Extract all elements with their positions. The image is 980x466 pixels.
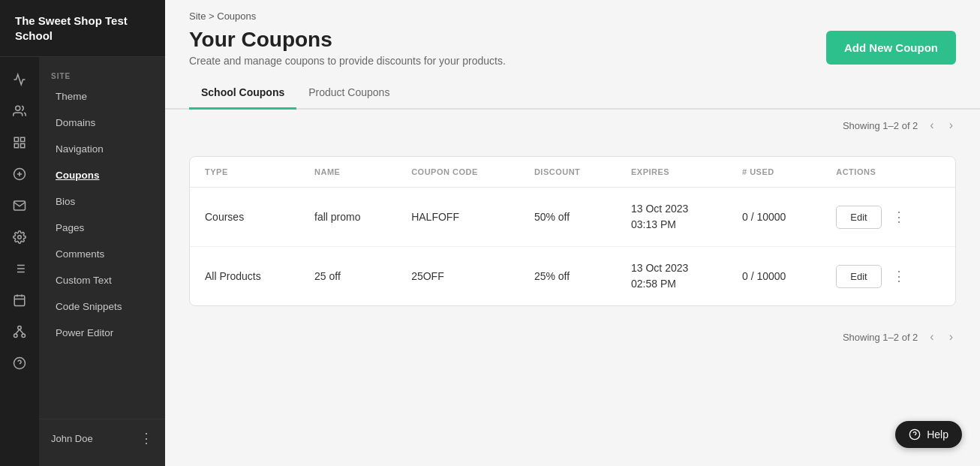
table-row: All Products 25 off 25OFF 25% off 13 Oct… bbox=[190, 247, 955, 306]
sidebar-item-coupons[interactable]: Coupons bbox=[44, 163, 161, 188]
col-actions: ACTIONS bbox=[821, 157, 955, 188]
pagination-prev[interactable]: ‹ bbox=[927, 116, 936, 135]
svg-line-22 bbox=[16, 329, 20, 334]
col-expires: EXPIRES bbox=[616, 157, 727, 188]
sidebar-nav: SITE Theme Domains Navigation Coupons Bi… bbox=[39, 57, 165, 466]
sidebar-logo: The Sweet Shop Test School bbox=[0, 0, 165, 57]
help-label: Help bbox=[927, 428, 948, 440]
col-name: NAME bbox=[299, 157, 396, 188]
row1-name: fall promo bbox=[299, 188, 396, 247]
breadcrumb-current: Coupons bbox=[217, 11, 256, 22]
sidebar-item-pages[interactable]: Pages bbox=[44, 215, 161, 240]
icon-rail bbox=[0, 57, 39, 466]
icon-mail[interactable] bbox=[5, 191, 35, 221]
pagination-bar-bottom: Showing 1–2 of 2 ‹ › bbox=[165, 321, 980, 353]
breadcrumb-separator: > bbox=[209, 11, 215, 22]
svg-point-0 bbox=[16, 106, 20, 110]
icon-network[interactable] bbox=[5, 317, 35, 347]
svg-rect-3 bbox=[21, 144, 25, 148]
user-name: John Doe bbox=[51, 433, 93, 444]
icon-library[interactable] bbox=[5, 254, 35, 284]
svg-point-19 bbox=[18, 326, 22, 330]
sidebar-item-domains[interactable]: Domains bbox=[44, 110, 161, 135]
pagination-bar-top: Showing 1–2 of 2 ‹ › bbox=[165, 110, 980, 141]
icon-calendar[interactable] bbox=[5, 285, 35, 315]
page-title-area: Your Coupons Create and manage coupons t… bbox=[189, 28, 506, 67]
row1-edit-button[interactable]: Edit bbox=[836, 206, 881, 229]
row1-discount: 50% off bbox=[519, 188, 616, 247]
row1-used: 0 / 10000 bbox=[727, 188, 821, 247]
svg-rect-1 bbox=[14, 137, 18, 141]
row2-actions: Edit ⋮ bbox=[821, 247, 955, 306]
col-type: TYPE bbox=[190, 157, 299, 188]
page-header: Your Coupons Create and manage coupons t… bbox=[165, 28, 980, 79]
icon-analytics[interactable] bbox=[5, 65, 35, 95]
sidebar-item-comments[interactable]: Comments bbox=[44, 242, 161, 266]
pagination-count-bottom: Showing 1–2 of 2 bbox=[843, 332, 918, 343]
icon-help-rail[interactable] bbox=[5, 348, 35, 378]
breadcrumb-site[interactable]: Site bbox=[189, 11, 206, 22]
row2-type: All Products bbox=[190, 247, 299, 306]
sidebar-item-power-editor[interactable]: Power Editor bbox=[44, 320, 161, 345]
svg-point-20 bbox=[14, 334, 18, 338]
icon-users[interactable] bbox=[5, 96, 35, 126]
row2-more-button[interactable]: ⋮ bbox=[886, 265, 912, 287]
sidebar-item-theme[interactable]: Theme bbox=[44, 84, 161, 109]
sidebar-main: SITE Theme Domains Navigation Coupons Bi… bbox=[0, 57, 165, 466]
svg-point-8 bbox=[18, 236, 22, 239]
row2-coupon-code: 25OFF bbox=[396, 247, 519, 306]
icon-settings[interactable] bbox=[5, 222, 35, 252]
add-coupon-button[interactable]: Add New Coupon bbox=[826, 31, 956, 65]
pagination-prev-bottom[interactable]: ‹ bbox=[927, 327, 936, 347]
pagination-next-bottom[interactable]: › bbox=[946, 327, 956, 347]
svg-rect-4 bbox=[14, 144, 18, 148]
main-content: Site > Coupons Your Coupons Create and m… bbox=[165, 0, 980, 466]
tabs-area: School Coupons Product Coupons bbox=[165, 79, 980, 110]
sidebar-footer: John Doe ⋮ bbox=[39, 419, 165, 457]
col-discount: DISCOUNT bbox=[519, 157, 616, 188]
sidebar-item-bios[interactable]: Bios bbox=[44, 189, 161, 214]
svg-line-23 bbox=[20, 329, 23, 334]
icon-dashboard[interactable] bbox=[5, 128, 35, 158]
svg-rect-15 bbox=[14, 296, 25, 306]
row1-expires: 13 Oct 2023 03:13 PM bbox=[616, 188, 727, 247]
row2-used: 0 / 10000 bbox=[727, 247, 821, 306]
user-menu-button[interactable]: ⋮ bbox=[140, 430, 153, 446]
help-button[interactable]: Help bbox=[895, 421, 962, 448]
row1-type: Courses bbox=[190, 188, 299, 247]
row2-discount: 25% off bbox=[519, 247, 616, 306]
row2-actions-cell: Edit ⋮ bbox=[836, 265, 940, 288]
site-section-label: SITE bbox=[39, 66, 165, 83]
svg-rect-2 bbox=[21, 137, 25, 141]
page-subtitle: Create and manage coupons to provide dis… bbox=[189, 55, 506, 67]
sidebar-item-custom-text[interactable]: Custom Text bbox=[44, 268, 161, 293]
row1-coupon-code: HALFOFF bbox=[396, 188, 519, 247]
pagination-count: Showing 1–2 of 2 bbox=[843, 120, 918, 131]
tab-product-coupons[interactable]: Product Coupons bbox=[296, 79, 401, 110]
svg-point-21 bbox=[22, 334, 26, 338]
top-bar: Site > Coupons bbox=[165, 0, 980, 28]
sidebar: The Sweet Shop Test School bbox=[0, 0, 165, 466]
table-row: Courses fall promo HALFOFF 50% off 13 Oc… bbox=[190, 188, 955, 247]
row2-edit-button[interactable]: Edit bbox=[836, 265, 881, 288]
help-icon bbox=[909, 428, 921, 440]
col-coupon-code: COUPON CODE bbox=[396, 157, 519, 188]
row2-expires: 13 Oct 2023 02:58 PM bbox=[616, 247, 727, 306]
icon-money[interactable] bbox=[5, 159, 35, 189]
coupons-table-container: TYPE NAME COUPON CODE DISCOUNT EXPIRES #… bbox=[189, 156, 956, 306]
page-title: Your Coupons bbox=[189, 28, 506, 52]
row2-name: 25 off bbox=[299, 247, 396, 306]
row1-actions: Edit ⋮ bbox=[821, 188, 955, 247]
table-header-row: TYPE NAME COUPON CODE DISCOUNT EXPIRES #… bbox=[190, 157, 955, 188]
sidebar-item-code-snippets[interactable]: Code Snippets bbox=[44, 294, 161, 319]
breadcrumb: Site > Coupons bbox=[189, 11, 956, 22]
tab-school-coupons[interactable]: School Coupons bbox=[189, 79, 296, 110]
coupons-table: TYPE NAME COUPON CODE DISCOUNT EXPIRES #… bbox=[190, 157, 955, 305]
sidebar-item-navigation[interactable]: Navigation bbox=[44, 137, 161, 161]
row1-actions-cell: Edit ⋮ bbox=[836, 206, 940, 229]
pagination-next[interactable]: › bbox=[946, 116, 956, 135]
col-used: # USED bbox=[727, 157, 821, 188]
row1-more-button[interactable]: ⋮ bbox=[886, 206, 912, 228]
